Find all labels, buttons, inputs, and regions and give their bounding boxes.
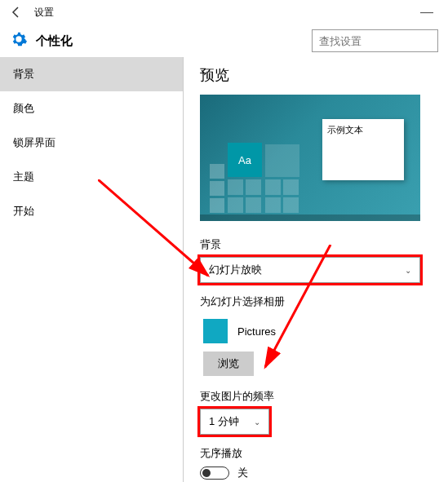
frequency-label: 更改图片的频率: [200, 389, 432, 404]
desktop-preview: Aa 示例文本: [200, 95, 420, 221]
minimize-button[interactable]: —: [420, 5, 433, 20]
back-button[interactable]: [7, 2, 26, 22]
gear-icon: [10, 30, 28, 51]
sidebar-item-colors[interactable]: 颜色: [0, 91, 183, 126]
sidebar-item-lockscreen[interactable]: 锁屏界面: [0, 126, 183, 160]
shuffle-toggle[interactable]: [200, 467, 229, 480]
album-label: 为幻灯片选择相册: [200, 294, 432, 309]
search-input[interactable]: [312, 29, 438, 52]
sidebar-item-start[interactable]: 开始: [0, 194, 183, 228]
frequency-value: 1 分钟: [209, 414, 239, 429]
shuffle-label: 无序播放: [200, 446, 432, 461]
background-label: 背景: [200, 237, 432, 252]
background-dropdown[interactable]: 幻灯片放映 ⌄: [200, 257, 420, 283]
album-thumbnail: [203, 319, 228, 343]
album-row[interactable]: Pictures: [200, 314, 432, 348]
preview-window-sample: 示例文本: [322, 119, 404, 180]
background-value: 幻灯片放映: [209, 263, 262, 277]
sidebar: 背景 颜色 锁屏界面 主题 开始: [0, 57, 184, 482]
window-title: 设置: [34, 6, 54, 20]
page-title: 个性化: [36, 33, 73, 49]
chevron-down-icon: ⌄: [405, 266, 411, 275]
browse-button[interactable]: 浏览: [203, 352, 254, 376]
chevron-down-icon: ⌄: [254, 418, 260, 427]
shuffle-state: 关: [237, 466, 248, 480]
frequency-dropdown[interactable]: 1 分钟 ⌄: [200, 409, 269, 435]
content-panel: 预览 Aa 示例文本: [184, 57, 448, 482]
sidebar-item-themes[interactable]: 主题: [0, 160, 183, 194]
preview-accent-tile: Aa: [228, 143, 262, 177]
sidebar-item-background[interactable]: 背景: [0, 57, 183, 91]
preview-heading: 预览: [200, 65, 432, 85]
album-name: Pictures: [237, 325, 276, 338]
